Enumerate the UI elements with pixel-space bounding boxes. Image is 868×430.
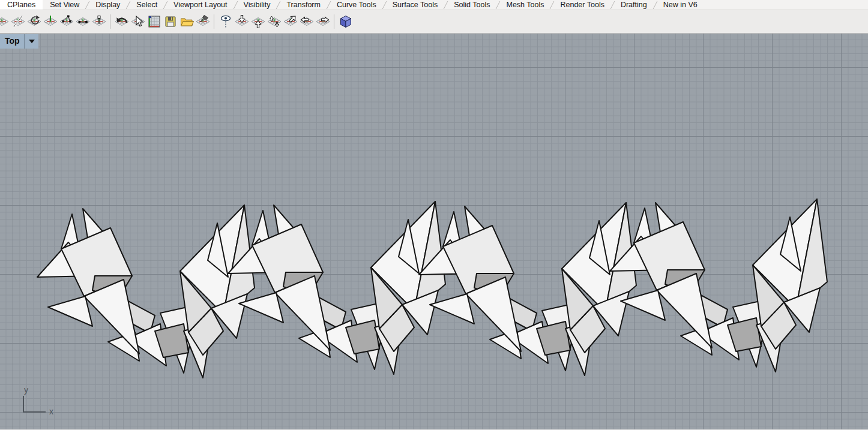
cplane-tilt-icon[interactable] xyxy=(282,14,298,30)
viewport-title[interactable]: Top xyxy=(0,34,38,49)
tab-curve-tools[interactable]: Curve Tools xyxy=(330,0,384,10)
viewport-menu-button[interactable] xyxy=(25,34,38,49)
save-cplane-icon[interactable] xyxy=(162,14,178,30)
cplane-to-curve-icon[interactable] xyxy=(10,14,26,30)
toolbar-separator xyxy=(214,14,214,29)
cplane-axis-indicator: y x xyxy=(23,390,59,419)
toolbar-separator xyxy=(110,14,110,29)
tab-viewport-layout[interactable]: Viewport Layout xyxy=(166,0,234,10)
cplane-rotate-icon[interactable] xyxy=(26,14,42,30)
cplane-origin-icon[interactable] xyxy=(74,14,91,30)
x-axis-label: x xyxy=(49,407,53,416)
cplane-to-object-icon[interactable] xyxy=(130,14,146,30)
origami-mesh-model[interactable] xyxy=(0,34,868,429)
cplane-elevator-icon[interactable] xyxy=(266,14,282,30)
cplane-next-icon[interactable] xyxy=(315,14,331,30)
viewport-title-label[interactable]: Top xyxy=(0,34,25,49)
cplane-3point-icon[interactable] xyxy=(58,14,74,30)
camera-eye-icon[interactable] xyxy=(217,14,234,30)
open-cplane-icon[interactable] xyxy=(178,14,194,30)
undo-cplane-icon[interactable] xyxy=(113,14,130,30)
y-axis-label: y xyxy=(24,385,28,395)
tab-new-in-v6[interactable]: New in V6 xyxy=(656,0,705,10)
chevron-down-icon xyxy=(29,40,35,43)
cplane-previous-icon[interactable] xyxy=(298,14,315,30)
axis-lines xyxy=(23,396,46,413)
cplane-world-icon[interactable] xyxy=(0,14,10,30)
tab-surface-tools[interactable]: Surface Tools xyxy=(385,0,445,10)
tab-transform[interactable]: Transform xyxy=(279,0,328,10)
tab-mesh-tools[interactable]: Mesh Tools xyxy=(499,0,551,10)
viewport-canvas[interactable]: Top y x xyxy=(0,34,868,429)
toolbar-separator xyxy=(334,14,334,29)
tab-visibility[interactable]: Visibility xyxy=(237,0,278,10)
tab-cplanes[interactable]: CPlanes xyxy=(0,0,43,10)
named-cplanes-icon[interactable] xyxy=(337,14,354,30)
cplane-raise-icon[interactable] xyxy=(250,14,266,30)
cplane-lower-icon[interactable] xyxy=(234,14,250,30)
tab-display[interactable]: Display xyxy=(88,0,127,10)
cplanes-toolbar xyxy=(0,10,868,34)
toolbar-tab-bar: CPlanesSet ViewDisplaySelectViewport Lay… xyxy=(0,0,868,10)
grid-options-icon[interactable] xyxy=(146,14,162,30)
tab-select[interactable]: Select xyxy=(129,0,164,10)
tab-drafting[interactable]: Drafting xyxy=(613,0,654,10)
tab-render-tools[interactable]: Render Tools xyxy=(553,0,611,10)
cplane-vertical-icon[interactable] xyxy=(91,14,107,30)
cplane-to-view-icon[interactable] xyxy=(194,14,211,30)
tab-solid-tools[interactable]: Solid Tools xyxy=(447,0,497,10)
cplane-zaxis-icon[interactable] xyxy=(42,14,58,30)
tab-set-view[interactable]: Set View xyxy=(43,0,86,10)
